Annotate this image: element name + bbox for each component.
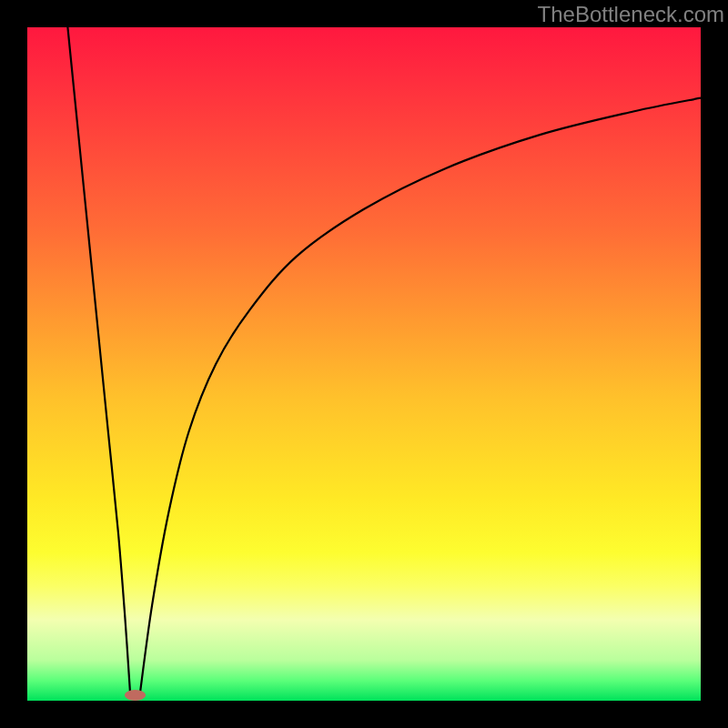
- bottleneck-curve: [27, 27, 701, 701]
- minimum-marker: [125, 690, 147, 701]
- plot-area: [27, 27, 701, 701]
- watermark-text: TheBottleneck.com: [538, 2, 724, 27]
